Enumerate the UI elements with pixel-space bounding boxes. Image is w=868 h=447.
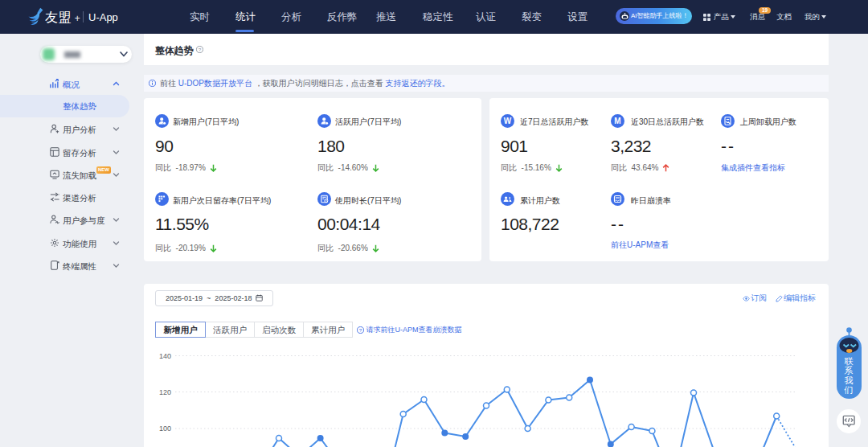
svg-text:系: 系 bbox=[845, 366, 854, 375]
svg-text:?: ? bbox=[359, 326, 362, 332]
svg-text:?: ? bbox=[199, 47, 202, 52]
svg-text:W: W bbox=[504, 117, 512, 125]
svg-text:们: 们 bbox=[844, 385, 854, 395]
svg-text:联: 联 bbox=[845, 356, 854, 366]
svg-text:M: M bbox=[614, 117, 620, 125]
svg-text:我: 我 bbox=[845, 375, 854, 385]
